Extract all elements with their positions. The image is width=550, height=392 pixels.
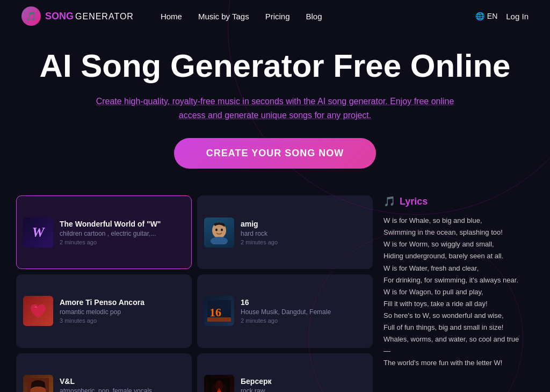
lyrics-title: Lyrics — [400, 196, 428, 207]
nav-blog[interactable]: Blog — [306, 12, 322, 21]
svg-point-2 — [215, 228, 218, 231]
song-genre: romantic melodic pop — [60, 308, 185, 316]
song-thumbnail — [23, 375, 53, 392]
lyrics-line: W is for Wagon, to pull and play, — [383, 286, 534, 298]
song-genre: hard rock — [241, 230, 366, 237]
language-selector[interactable]: 🌐 EN — [475, 12, 497, 20]
lyrics-line: For drinking, for swimming, it's always … — [383, 274, 534, 286]
lyrics-header: 🎵 Lyrics — [383, 195, 534, 207]
lyrics-icon: 🎵 — [383, 195, 395, 207]
svg-point-1 — [211, 237, 228, 244]
song-info: amig hard rock 2 minutes ago — [241, 220, 366, 245]
song-info: Amore Ti Penso Ancora romantic melodic p… — [60, 298, 185, 324]
song-title: 16 — [241, 298, 366, 307]
nav-home[interactable]: Home — [161, 12, 182, 21]
lyrics-line: Swimming in the ocean, splashing too! — [383, 227, 534, 238]
song-time: 3 minutes ago — [60, 317, 185, 324]
song-info: V&L atmospheric, pop, female vocals,... … — [60, 377, 185, 392]
song-thumbnail — [204, 375, 234, 392]
logo-icon: 🎵 — [21, 6, 41, 26]
svg-point-3 — [221, 228, 223, 231]
nav-pricing[interactable]: Pricing — [265, 12, 290, 21]
song-title: amig — [241, 220, 366, 228]
song-thumbnail: W — [23, 217, 53, 248]
lyrics-content: W is for Whale, so big and blue,Swimming… — [383, 215, 534, 369]
song-title: Amore Ti Penso Ancora — [60, 298, 185, 307]
lyrics-line: W is for Water, fresh and clear, — [383, 263, 534, 274]
cta-button[interactable]: CREATE YOUR SONG NOW — [174, 138, 376, 169]
logo-generator: GENERATOR — [75, 12, 134, 21]
lyrics-line: Hiding underground, barely seen at all. — [383, 250, 534, 262]
lyrics-line: The world's more fun with the letter W! — [383, 357, 534, 369]
logo-song: SONG — [45, 11, 74, 22]
logo[interactable]: 🎵 SONG GENERATOR — [21, 6, 134, 26]
nav-right: 🌐 EN Log In — [475, 12, 529, 21]
content-area: W The Wonderful World of "W" children ca… — [0, 195, 550, 392]
lyrics-line: W is for Whale, so big and blue, — [383, 215, 534, 227]
song-time: 2 minutes ago — [60, 239, 185, 245]
lyrics-line: W is for Worm, so wiggly and small, — [383, 238, 534, 250]
song-info: 16 House Musik, Dangdut, Female 2 minute… — [241, 298, 366, 324]
nav-links: Home Music by Tags Pricing Blog — [161, 12, 475, 21]
lyrics-line: — — [383, 345, 534, 357]
lang-label: EN — [487, 12, 497, 20]
song-genre: rock raw — [241, 387, 366, 392]
song-info: Берсерк rock raw 4 minutes ago — [241, 377, 366, 392]
song-card[interactable]: V&L atmospheric, pop, female vocals,... … — [16, 353, 192, 392]
song-title: V&L — [60, 377, 185, 386]
song-card[interactable]: W The Wonderful World of "W" children ca… — [16, 195, 192, 269]
song-card[interactable]: 16 16 House Musik, Dangdut, Female 2 min… — [197, 274, 373, 348]
lang-icon: 🌐 — [475, 12, 484, 20]
song-info: The Wonderful World of "W" children cart… — [60, 220, 185, 245]
song-time: 2 minutes ago — [241, 317, 366, 324]
lyrics-line: Fill it with toys, take a ride all day! — [383, 298, 534, 310]
lyrics-line: Whales, worms, and water, so cool and tr… — [383, 333, 534, 345]
lyrics-panel: 🎵 Lyrics W is for Whale, so big and blue… — [378, 195, 539, 392]
lyrics-line: So here's to W, so wonderful and wise, — [383, 310, 534, 322]
hero-section: AI Song Generator Free Online Create hig… — [0, 32, 550, 195]
song-title: Берсерк — [241, 377, 366, 386]
login-button[interactable]: Log In — [506, 12, 529, 21]
song-card[interactable]: amig hard rock 2 minutes ago — [197, 195, 373, 269]
song-genre: children cartoon , electric guitar,... — [60, 230, 185, 237]
hero-subtitle: Create high-quality, royalty-free music … — [92, 95, 458, 122]
song-thumbnail — [204, 217, 234, 248]
song-genre: atmospheric, pop, female vocals,... — [60, 387, 185, 392]
svg-rect-6 — [207, 317, 231, 322]
song-thumbnail — [23, 296, 53, 326]
lyrics-line: Full of fun things, big and small in siz… — [383, 322, 534, 333]
svg-text:16: 16 — [209, 306, 221, 319]
song-genre: House Musik, Dangdut, Female — [241, 308, 366, 316]
song-card[interactable]: Amore Ti Penso Ancora romantic melodic p… — [16, 274, 192, 348]
hero-title: AI Song Generator Free Online — [32, 48, 518, 84]
songs-grid: W The Wonderful World of "W" children ca… — [11, 195, 378, 392]
nav-music-by-tags[interactable]: Music by Tags — [198, 12, 249, 21]
song-thumbnail: 16 — [204, 296, 234, 326]
song-time: 2 minutes ago — [241, 239, 366, 245]
song-card[interactable]: Берсерк rock raw 4 minutes ago — [197, 353, 373, 392]
song-title: The Wonderful World of "W" — [60, 220, 185, 228]
navbar: 🎵 SONG GENERATOR Home Music by Tags Pric… — [0, 0, 550, 32]
